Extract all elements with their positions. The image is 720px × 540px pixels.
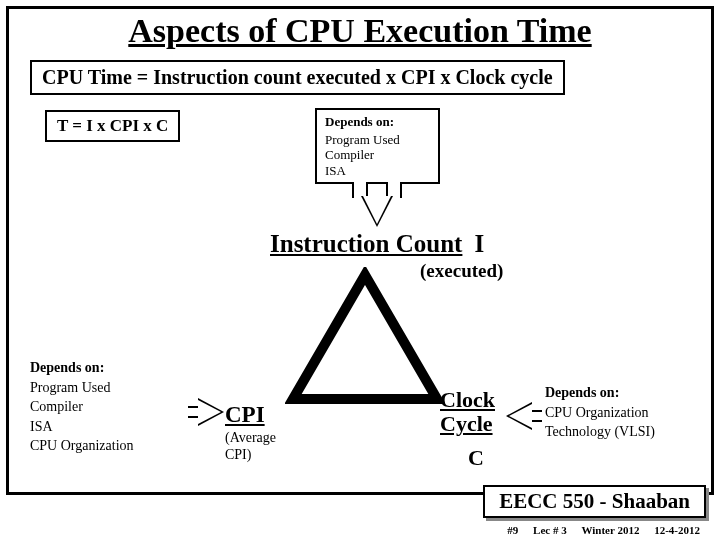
depends-line: CPU Organization xyxy=(545,403,705,423)
depends-top-box: Depends on: Program Used Compiler ISA xyxy=(315,108,440,184)
depends-heading: Depends on: xyxy=(30,358,190,378)
instruction-count-label: Instruction CountI xyxy=(270,230,484,258)
meta-slide-num: #9 xyxy=(507,524,518,536)
depends-heading: Depends on: xyxy=(325,114,430,130)
page-title: Aspects of CPU Execution Time xyxy=(0,12,720,50)
meta-date: 12-4-2012 xyxy=(654,524,700,536)
arrow-left-icon xyxy=(509,404,532,428)
arrow-right-icon xyxy=(198,400,221,424)
arrow-down-icon xyxy=(363,196,391,224)
formula-long: CPU Time = Instruction count executed x … xyxy=(30,60,565,95)
depends-line: Compiler xyxy=(30,397,190,417)
meta-lecture: Lec # 3 xyxy=(533,524,567,536)
cpi-sub-line: (Average xyxy=(225,430,276,447)
depends-right-box: Depends on: CPU Organization Technology … xyxy=(545,383,705,442)
depends-heading: Depends on: xyxy=(545,383,705,403)
cpi-label: CPI xyxy=(225,402,265,428)
cpi-sublabel: (Average CPI) xyxy=(225,430,276,464)
depends-left-box: Depends on: Program Used Compiler ISA CP… xyxy=(30,358,190,456)
depends-line: CPU Organization xyxy=(30,436,190,456)
instruction-count-text: Instruction Count xyxy=(270,230,462,257)
footer-meta: #9 Lec # 3 Winter 2012 12-4-2012 xyxy=(495,524,700,536)
clock-line: Cycle xyxy=(440,412,495,436)
cpi-sub-line: CPI) xyxy=(225,447,276,464)
svg-marker-0 xyxy=(293,275,437,399)
depends-line: Compiler xyxy=(325,147,430,163)
clock-cycle-label: Clock Cycle xyxy=(440,388,495,436)
formula-short: T = I x CPI x C xyxy=(45,110,180,142)
footer-course: EECC 550 - Shaaban xyxy=(483,485,706,518)
depends-line: ISA xyxy=(325,163,430,179)
depends-line: Technology (VLSI) xyxy=(545,422,705,442)
triangle-icon xyxy=(285,267,445,407)
instruction-I: I xyxy=(474,230,484,258)
meta-term: Winter 2012 xyxy=(581,524,639,536)
depends-line: ISA xyxy=(30,417,190,437)
depends-line: Program Used xyxy=(325,132,430,148)
clock-c-label: C xyxy=(468,445,484,471)
clock-line: Clock xyxy=(440,388,495,412)
depends-line: Program Used xyxy=(30,378,190,398)
